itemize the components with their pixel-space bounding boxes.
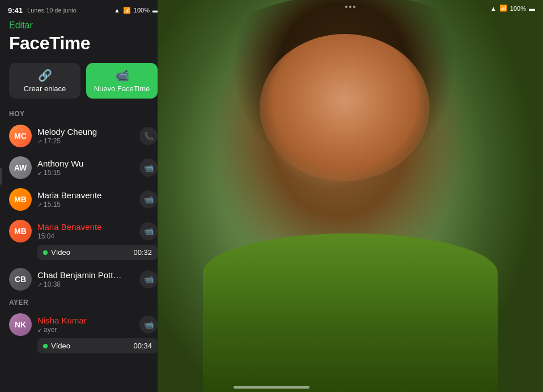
call-action-chad[interactable]: 📹 <box>139 270 158 288</box>
status-bar: 9:41 Lunes 10 de junio ▲ 📶 100% ▬ <box>0 0 167 19</box>
yesterday-section-header: AYER <box>0 295 167 309</box>
call-time-anthony: ↙ 15:15 <box>37 169 134 177</box>
call-action-maria1[interactable]: 📹 <box>139 190 158 208</box>
call-action-nisha[interactable]: 📹 <box>139 316 158 334</box>
call-time-maria2: 15:04 <box>37 232 134 240</box>
video-sub-left-maria2: Vídeo <box>43 248 70 257</box>
status-icons: ▲ 📶 100% ▬ <box>114 7 159 14</box>
direction-icon-chad: ↗ <box>37 282 42 288</box>
face-skin <box>260 34 430 181</box>
action-buttons: 🔗 Crear enlace 📹 Nuevo FaceTime <box>0 58 167 106</box>
video-icon-maria2: 📹 <box>144 227 154 236</box>
call-info-chad: Chad Benjamin Pott… ↗ 10:38 <box>37 270 134 288</box>
call-info-maria2: Maria Benavente 15:04 <box>37 222 134 240</box>
call-name-anthony: Anthony Wu <box>37 159 134 168</box>
avatar-maria2: MB <box>9 220 32 242</box>
avatar-anthony: AW <box>9 156 32 179</box>
video-duration-nisha: 00:34 <box>133 342 152 350</box>
video-duration-maria2: 00:32 <box>133 248 152 257</box>
photo-battery-icon: ▬ <box>529 5 535 12</box>
time-value-maria2: 15:04 <box>37 232 54 240</box>
create-link-button[interactable]: 🔗 Crear enlace <box>9 63 80 99</box>
video-sub-left-nisha: Vídeo <box>43 342 70 350</box>
call-info-maria1: Maria Benavente ↗ 15:15 <box>37 190 134 208</box>
status-date: Lunes 10 de junio <box>27 7 77 14</box>
left-edge-handle <box>0 168 2 185</box>
photo-background: ▲ 📶 100% ▬ <box>158 0 543 392</box>
call-name-nisha: Nisha Kumar <box>37 316 134 325</box>
sidebar: 9:41 Lunes 10 de junio ▲ 📶 100% ▬ Editar… <box>0 0 167 392</box>
video-sub-row-nisha: Vídeo 00:34 <box>37 338 158 353</box>
create-link-label: Crear enlace <box>24 84 66 93</box>
call-name-melody: Melody Cheung <box>37 127 134 137</box>
wifi-icon: 📶 <box>123 7 131 14</box>
link-icon: 🔗 <box>38 69 52 82</box>
photo-signal-icon: ▲ <box>490 5 497 12</box>
video-label-maria2: Vídeo <box>51 248 70 257</box>
photo-battery-pct: 100% <box>510 5 526 12</box>
call-item-anthony[interactable]: AW Anthony Wu ↙ 15:15 📹 <box>0 152 167 184</box>
call-name-maria1: Maria Benavente <box>37 190 134 200</box>
time-value-melody: 17:25 <box>44 137 61 145</box>
call-name-chad: Chad Benjamin Pott… <box>37 270 134 280</box>
avatar-maria1: MB <box>9 188 32 211</box>
edit-button[interactable]: Editar <box>9 20 33 31</box>
direction-icon-nisha: ↙ <box>37 327 42 333</box>
signal-icon: ▲ <box>114 7 120 14</box>
call-item-maria2[interactable]: MB Maria Benavente 15:04 📹 <box>0 215 167 247</box>
video-icon-chad: 📹 <box>144 275 154 284</box>
video-icon: 📹 <box>144 163 154 172</box>
call-item-chad[interactable]: CB Chad Benjamin Pott… ↗ 10:38 📹 <box>0 263 167 295</box>
call-name-maria2: Maria Benavente <box>37 222 134 232</box>
video-label-nisha: Vídeo <box>51 342 70 350</box>
home-indicator <box>234 386 309 389</box>
today-section-header: HOY <box>0 106 167 120</box>
video-dot-maria2 <box>43 250 48 255</box>
call-item-nisha[interactable]: NK Nisha Kumar ↙ ayer 📹 <box>0 309 167 340</box>
call-info-anthony: Anthony Wu ↙ 15:15 <box>37 159 134 177</box>
time-value-nisha: ayer <box>44 326 57 334</box>
new-facetime-button[interactable]: 📹 Nuevo FaceTime <box>86 63 158 99</box>
status-time: 9:41 <box>8 6 23 15</box>
time-value-chad: 10:38 <box>44 280 61 288</box>
call-action-maria2[interactable]: 📹 <box>139 222 158 240</box>
phone-icon: 📞 <box>144 131 154 140</box>
app-header: Editar FaceTime <box>0 19 167 58</box>
page-title: FaceTime <box>9 33 158 54</box>
avatar-nisha: NK <box>9 313 32 336</box>
call-time-nisha: ↙ ayer <box>37 326 134 334</box>
call-action-anthony[interactable]: 📹 <box>139 159 158 177</box>
time-value-anthony: 15:15 <box>44 169 61 177</box>
today-call-list: MC Melody Cheung ↗ 17:25 📞 AW Anthony Wu <box>0 120 167 295</box>
time-value-maria1: 15:15 <box>44 201 61 208</box>
top-dots <box>345 6 355 8</box>
call-time-chad: ↗ 10:38 <box>37 280 134 288</box>
call-item-maria1[interactable]: MB Maria Benavente ↗ 15:15 📹 <box>0 184 167 215</box>
call-info-nisha: Nisha Kumar ↙ ayer <box>37 316 134 334</box>
call-time-maria1: ↗ 15:15 <box>37 201 134 208</box>
shirt-area <box>203 233 498 392</box>
direction-icon-anthony: ↙ <box>37 170 42 176</box>
video-sub-row-maria2: Vídeo 00:32 <box>37 245 158 260</box>
call-time-melody: ↗ 17:25 <box>37 137 134 145</box>
direction-icon-maria1: ↗ <box>37 202 42 208</box>
photo-wifi-icon: 📶 <box>499 5 507 12</box>
video-dot-nisha <box>43 344 48 348</box>
battery-text: 100% <box>134 7 150 14</box>
direction-icon-melody: ↗ <box>37 138 42 144</box>
avatar-melody: MC <box>9 125 32 147</box>
yesterday-call-list: NK Nisha Kumar ↙ ayer 📹 Vídeo 00:34 <box>0 309 167 353</box>
call-item-melody[interactable]: MC Melody Cheung ↗ 17:25 📞 <box>0 120 167 152</box>
avatar-chad: CB <box>9 268 32 291</box>
call-action-melody[interactable]: 📞 <box>139 127 158 145</box>
video-icon-nisha: 📹 <box>144 320 154 329</box>
call-info-melody: Melody Cheung ↗ 17:25 <box>37 127 134 145</box>
video-camera-icon: 📹 <box>115 69 129 82</box>
new-facetime-label: Nuevo FaceTime <box>94 84 150 93</box>
photo-status: ▲ 📶 100% ▬ <box>490 5 535 12</box>
video-icon-maria1: 📹 <box>144 195 154 204</box>
